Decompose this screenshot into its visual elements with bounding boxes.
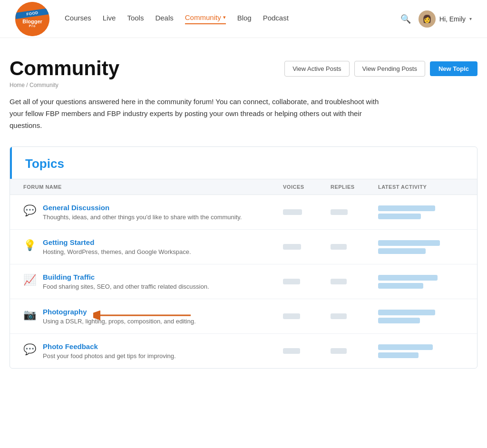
user-area[interactable]: 👩 Hi, Emily ▾	[419, 10, 472, 28]
blur-activity-1	[378, 240, 440, 246]
avatar: 👩	[419, 10, 436, 28]
blur-activity-1	[378, 310, 435, 315]
blur-replies	[331, 209, 348, 215]
voices-cell-general	[283, 209, 331, 215]
topic-desc-photography: Using a DSLR, lighting, props, compositi…	[43, 318, 196, 325]
col-voices: Voices	[283, 184, 331, 190]
nav-blog[interactable]: Blog	[237, 14, 252, 24]
table-header: Forum Name Voices Replies Latest Activit…	[10, 179, 477, 195]
breadcrumb-current: Community	[29, 82, 58, 88]
navbar-right: 🔍 👩 Hi, Emily ▾	[400, 10, 472, 28]
navbar-left: FOOD Blogger Pro Courses Live Tools Deal…	[15, 2, 289, 36]
blur-voices	[283, 313, 300, 319]
voices-cell-photography	[283, 313, 331, 319]
topic-link-photo-feedback[interactable]: Photo Feedback	[43, 342, 176, 351]
blur-voices	[283, 348, 300, 354]
breadcrumb: Home / Community	[10, 82, 477, 88]
topics-header: Topics	[10, 147, 477, 179]
page-title-area: Community	[10, 57, 119, 80]
table-row: 💬 Photo Feedback Post your food photos a…	[10, 334, 477, 368]
topic-name-area: Photo Feedback Post your food photos and…	[43, 342, 176, 360]
chat-icon: 💬	[23, 205, 36, 217]
topic-name-area: Building Traffic Food sharing sites, SEO…	[43, 273, 209, 290]
voices-cell-getting-started	[283, 244, 331, 250]
trending-icon: 📈	[23, 274, 36, 286]
blur-voices	[283, 244, 301, 250]
nav-live[interactable]: Live	[103, 14, 116, 24]
replies-cell-traffic	[331, 279, 378, 284]
blur-activity-1	[378, 205, 435, 211]
topic-link-photography[interactable]: Photography	[43, 308, 196, 316]
col-forum-name: Forum Name	[23, 184, 283, 190]
blur-activity-1	[378, 344, 433, 350]
topic-link-getting-started[interactable]: Getting Started	[43, 238, 191, 246]
page-header: Community View Active Posts View Pending…	[10, 57, 477, 80]
blur-activity-2	[378, 248, 426, 254]
nav-podcast[interactable]: Podcast	[263, 14, 289, 24]
blur-voices	[283, 279, 300, 284]
topic-name-area: Photography Using a DSLR, lighting, prop…	[43, 308, 196, 325]
activity-cell-getting-started	[378, 240, 464, 254]
table-row: 📷 Photography Using a DSLR, lighting, pr…	[10, 299, 477, 334]
topic-desc-general: Thoughts, ideas, and other things you'd …	[43, 214, 242, 221]
topics-card: Topics Forum Name Voices Replies Latest …	[10, 146, 477, 369]
topic-info-traffic: 📈 Building Traffic Food sharing sites, S…	[23, 273, 283, 290]
logo[interactable]: FOOD Blogger Pro	[15, 2, 49, 36]
topic-link-traffic[interactable]: Building Traffic	[43, 273, 209, 281]
replies-cell-photo-feedback	[331, 348, 378, 354]
topic-info-photo-feedback: 💬 Photo Feedback Post your food photos a…	[23, 342, 283, 360]
camera-icon: 📷	[23, 309, 36, 321]
replies-cell-photography	[331, 313, 378, 319]
topic-name-area: General Discussion Thoughts, ideas, and …	[43, 204, 242, 221]
new-topic-button[interactable]: New Topic	[430, 61, 477, 76]
activity-cell-traffic	[378, 275, 464, 289]
nav-deals[interactable]: Deals	[155, 14, 173, 24]
blur-activity-2	[378, 214, 421, 219]
blur-activity-1	[378, 275, 438, 281]
nav-courses[interactable]: Courses	[65, 14, 91, 24]
user-chevron-icon: ▾	[469, 16, 472, 21]
topic-link-general[interactable]: General Discussion	[43, 204, 242, 212]
activity-cell-general	[378, 205, 464, 219]
col-replies: Replies	[331, 184, 378, 190]
page-content: Community View Active Posts View Pending…	[0, 38, 487, 388]
breadcrumb-home[interactable]: Home	[10, 82, 25, 88]
page-title: Community	[10, 57, 119, 80]
topic-info-general: 💬 General Discussion Thoughts, ideas, an…	[23, 204, 283, 221]
nav-tools[interactable]: Tools	[127, 14, 144, 24]
user-greeting: Hi, Emily	[439, 15, 466, 23]
blur-replies	[331, 244, 347, 250]
table-row: 💡 Getting Started Hosting, WordPress, th…	[10, 230, 477, 264]
blur-activity-2	[378, 283, 423, 289]
logo-badge: FOOD	[15, 8, 49, 19]
page-description: Get all of your questions answered here …	[10, 96, 390, 131]
replies-cell-getting-started	[331, 244, 378, 250]
logo-text: Blogger Pro	[22, 19, 42, 28]
activity-cell-photo-feedback	[378, 344, 464, 358]
blur-activity-2	[378, 352, 419, 358]
blur-replies	[331, 348, 347, 354]
topic-desc-photo-feedback: Post your food photos and get tips for i…	[43, 352, 176, 360]
voices-cell-photo-feedback	[283, 348, 331, 354]
col-latest-activity: Latest Activity	[378, 184, 464, 190]
topics-title: Topics	[25, 156, 64, 171]
blur-voices	[283, 209, 302, 215]
page-actions: View Active Posts View Pending Posts New…	[284, 61, 477, 77]
nav-links: Courses Live Tools Deals Community ▾ Blo…	[65, 13, 289, 24]
table-row: 📈 Building Traffic Food sharing sites, S…	[10, 264, 477, 299]
topic-desc-traffic: Food sharing sites, SEO, and other traff…	[43, 283, 209, 290]
blur-replies	[331, 279, 347, 284]
blur-activity-2	[378, 318, 420, 323]
view-active-posts-button[interactable]: View Active Posts	[284, 61, 349, 77]
topic-info-photography: 📷 Photography Using a DSLR, lighting, pr…	[23, 308, 283, 325]
topic-info-getting-started: 💡 Getting Started Hosting, WordPress, th…	[23, 238, 283, 255]
voices-cell-traffic	[283, 279, 331, 284]
navbar: FOOD Blogger Pro Courses Live Tools Deal…	[0, 0, 487, 38]
view-pending-posts-button[interactable]: View Pending Posts	[354, 61, 425, 77]
comment-icon: 💬	[23, 343, 36, 356]
activity-cell-photography	[378, 310, 464, 323]
table-row: 💬 General Discussion Thoughts, ideas, an…	[10, 195, 477, 230]
nav-community[interactable]: Community ▾	[185, 13, 226, 24]
replies-cell-general	[331, 209, 378, 215]
search-icon[interactable]: 🔍	[400, 14, 411, 24]
